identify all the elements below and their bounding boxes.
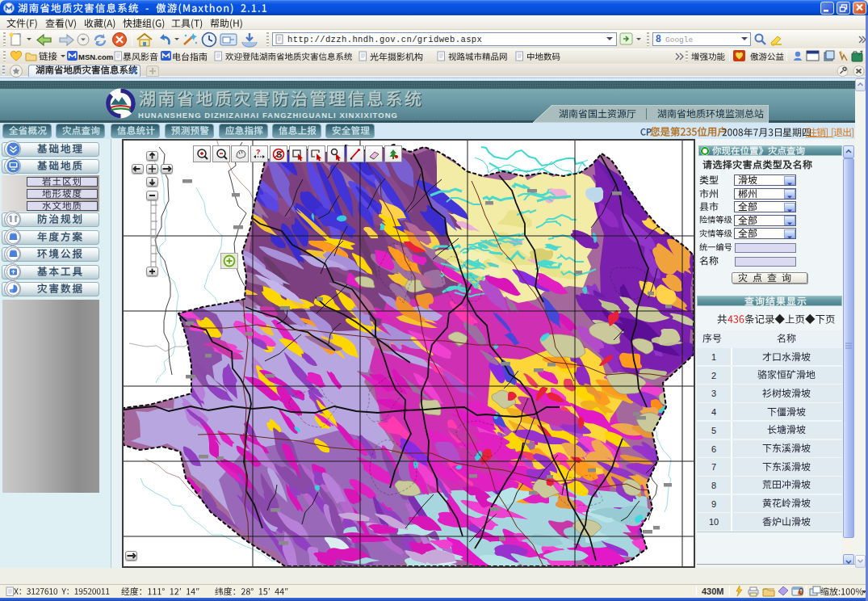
svg-text:?: ? <box>256 148 261 156</box>
